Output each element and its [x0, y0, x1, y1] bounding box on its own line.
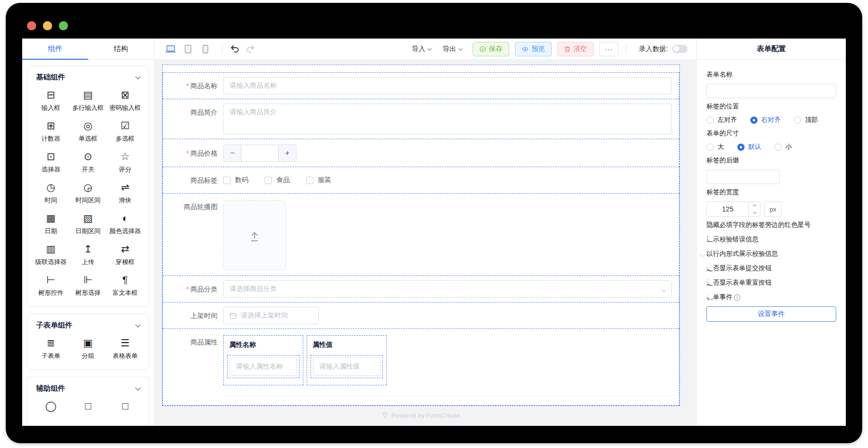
date-picker-widget[interactable]: 请选择上架时间 [223, 307, 319, 324]
upload-dropzone[interactable] [223, 200, 286, 270]
config-label-inline-validation: 以行内形式展示校验信息 [706, 250, 836, 258]
palette-item-aux-3[interactable]: □ [107, 401, 144, 426]
palette-item-transfer[interactable]: ⇄穿梭框 [107, 244, 144, 269]
palette-section-header[interactable]: 基础组件 [32, 73, 144, 82]
radio-icon[interactable] [750, 117, 758, 124]
palette-item-aux-1[interactable]: ◯ [32, 401, 69, 426]
palette-item-slider[interactable]: ⇌滑块 [107, 182, 144, 207]
minimize-window-button[interactable] [43, 21, 52, 30]
checkbox-option[interactable]: 数码 [223, 176, 248, 184]
subform-field-wrapper[interactable]: 请输入属性值 [311, 355, 383, 378]
input-widget[interactable]: 请输入属性名称 [230, 357, 297, 376]
radio-icon[interactable] [737, 144, 745, 151]
palette-item-rate[interactable]: ☆评分 [107, 151, 144, 176]
device-desktop-button[interactable] [164, 43, 177, 55]
radio-option[interactable]: 小 [774, 143, 792, 151]
palette-item-password[interactable]: ⊠密码输入框 [107, 90, 144, 115]
import-dropdown[interactable]: 导入 [412, 45, 431, 53]
spinner-buttons[interactable] [748, 202, 760, 216]
form-name-input[interactable] [706, 84, 836, 98]
palette-item-input[interactable]: ⊟输入框 [32, 90, 69, 115]
close-window-button[interactable] [27, 21, 36, 30]
label-width-input[interactable]: 125 [706, 201, 760, 217]
zoom-window-button[interactable] [59, 21, 68, 30]
palette-item-aux-2[interactable]: □ [69, 401, 107, 426]
textarea-widget[interactable]: 请输入商品简介 [223, 104, 672, 134]
decrease-button[interactable]: − [224, 145, 241, 161]
form-field-product-name[interactable]: *商品名称请输入商品名称 [163, 72, 679, 99]
device-tablet-button[interactable] [181, 43, 195, 55]
palette-item-tree-select[interactable]: ⊩树形选择 [69, 275, 107, 300]
more-button[interactable]: ··· [599, 42, 618, 56]
spinner-up-button[interactable] [749, 202, 760, 209]
palette-item-time[interactable]: ◷时间 [32, 182, 69, 207]
palette-item-date-range[interactable]: ▧日期区间 [69, 213, 107, 238]
subform-column[interactable]: 属性值请输入属性值 [307, 335, 387, 385]
subform-field-wrapper[interactable]: 请输入属性名称 [227, 355, 299, 378]
input-widget[interactable]: 请输入属性值 [313, 357, 380, 376]
label-suffix-input[interactable] [706, 170, 780, 184]
radio-icon[interactable] [774, 144, 782, 151]
palette-item-checkbox[interactable]: ☑多选框 [107, 120, 144, 145]
palette-item-date[interactable]: ▦日期 [32, 213, 69, 238]
undo-button[interactable] [228, 43, 242, 55]
palette-item-textarea[interactable]: ▤多行输入框 [69, 90, 107, 115]
radio-option[interactable]: 大 [706, 143, 724, 151]
redo-button[interactable] [244, 43, 257, 55]
palette-section-header[interactable]: 辅助组件 [32, 384, 144, 393]
palette-section-header[interactable]: 子表单组件 [32, 321, 144, 330]
palette-item-color-picker[interactable]: ◐颜色选择器 [107, 213, 144, 238]
preview-button[interactable]: 预览 [515, 42, 552, 56]
form-field-shelf-time[interactable]: 上架时间请选择上架时间 [163, 302, 679, 329]
palette-item-tree[interactable]: ⊢树形控件 [32, 275, 69, 300]
export-dropdown[interactable]: 导出 [443, 45, 462, 53]
palette-item-sub-form[interactable]: ≣子表单 [32, 338, 69, 363]
palette-item-label: 密码输入框 [109, 104, 141, 112]
device-mobile-button[interactable] [199, 43, 212, 55]
palette-item-cascader[interactable]: ▥级联选择器 [32, 244, 69, 269]
palette-item-group[interactable]: ▣分组 [69, 338, 107, 363]
radio-option[interactable]: 右对齐 [750, 116, 781, 124]
palette-item-table-form[interactable]: ☰表格表单 [107, 338, 144, 363]
form-field-product-tags[interactable]: 商品标签数码食品服装 [163, 167, 679, 194]
radio-icon[interactable] [706, 117, 714, 124]
radio-option[interactable]: 左对齐 [706, 116, 737, 124]
palette-item-radio[interactable]: ◎单选框 [69, 120, 107, 145]
tab-structure[interactable]: 结构 [88, 39, 154, 59]
palette-item-rich-text[interactable]: ¶富文本框 [107, 275, 144, 300]
number-input[interactable] [241, 145, 279, 161]
palette-item-switch[interactable]: ⊙开关 [69, 151, 107, 176]
checkbox-icon[interactable] [306, 177, 313, 184]
form-field-product-carousel[interactable]: 商品轮播图 [163, 193, 679, 276]
save-button[interactable]: 保存 [473, 42, 509, 56]
radio-option[interactable]: 默认 [737, 143, 761, 151]
subform-column[interactable]: 属性名称请输入属性名称 [223, 335, 303, 385]
form-field-product-attrs[interactable]: 商品属性属性名称请输入属性名称属性值请输入属性值 [163, 329, 679, 406]
select-widget[interactable]: 请选择商品分类 [223, 280, 672, 298]
form-field-product-category[interactable]: *商品分类请选择商品分类 [163, 276, 679, 303]
tab-components[interactable]: 组件 [22, 39, 88, 59]
increase-button[interactable]: + [279, 145, 296, 161]
field-control: 属性名称请输入属性名称属性值请输入属性值 [223, 333, 679, 396]
set-events-button[interactable]: 设置事件 [706, 306, 836, 322]
checkbox-icon[interactable] [265, 177, 272, 184]
palette-item-select[interactable]: ⊡选择器 [32, 151, 69, 176]
form-field-product-price[interactable]: *商品价格−+ [163, 139, 679, 167]
radio-icon[interactable] [706, 144, 714, 151]
palette-item-counter[interactable]: ⊞计数器 [32, 120, 69, 145]
palette-item-time-range[interactable]: ◶时间区间 [69, 182, 107, 207]
checkbox-option[interactable]: 食品 [265, 176, 290, 184]
radio-icon[interactable] [794, 117, 801, 124]
checkbox-icon[interactable] [223, 177, 231, 184]
radio-option[interactable]: 顶部 [794, 116, 818, 124]
config-label-text: 表单的尺寸 [706, 129, 739, 138]
radio-label: 大 [718, 143, 724, 151]
palette-item-upload[interactable]: ↥上传 [69, 244, 107, 269]
checkbox-option[interactable]: 服装 [306, 176, 331, 184]
record-data-toggle[interactable] [672, 45, 688, 53]
clear-button[interactable]: 清空 [557, 42, 594, 56]
spinner-down-button[interactable] [749, 209, 760, 216]
design-canvas[interactable]: *商品名称请输入商品名称商品简介请输入商品简介*商品价格−+商品标签数码食品服装… [154, 60, 696, 426]
input-widget[interactable]: 请输入商品名称 [223, 77, 672, 94]
form-field-product-intro[interactable]: 商品简介请输入商品简介 [163, 99, 679, 139]
